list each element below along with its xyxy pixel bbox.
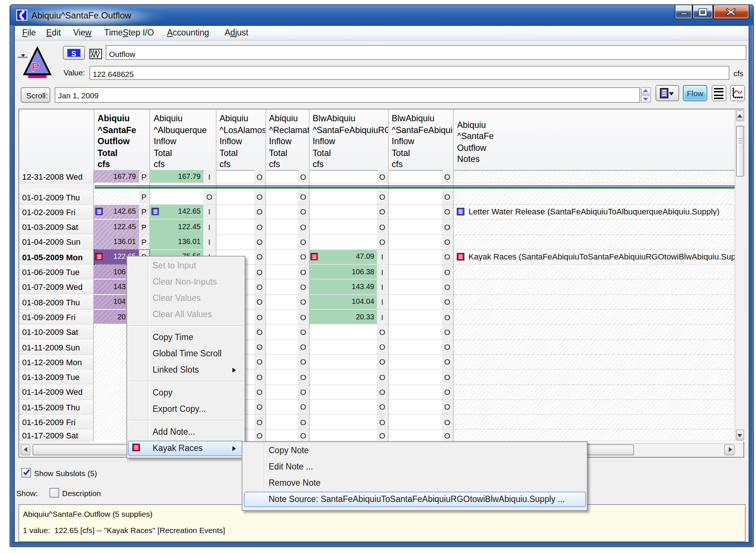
svg-text:P: P xyxy=(31,60,40,74)
